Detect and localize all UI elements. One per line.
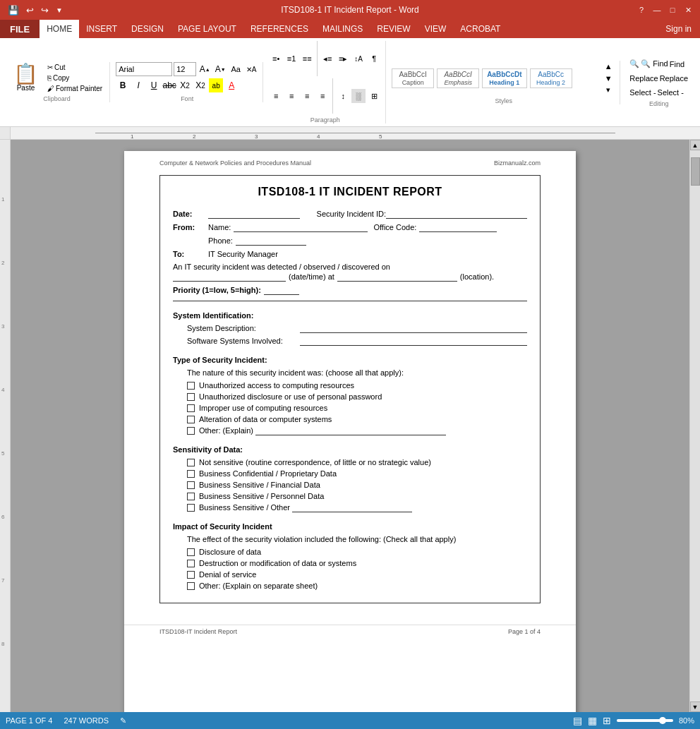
font-name-input[interactable]: [116, 62, 172, 76]
print-layout-view[interactable]: ▤: [573, 715, 582, 726]
highlight-button[interactable]: ab: [209, 78, 223, 92]
cb-not-sensitive[interactable]: [187, 459, 195, 466]
increase-indent-button[interactable]: ≡▸: [336, 52, 350, 66]
menu-acrobat[interactable]: ACROBAT: [453, 20, 507, 38]
format-painter-button[interactable]: 🖌 Format Painter: [44, 83, 105, 94]
maximize-button[interactable]: □: [666, 4, 679, 16]
name-field[interactable]: [234, 223, 368, 232]
cb-other-type[interactable]: [187, 427, 195, 435]
styles-scroll-down[interactable]: ▼: [601, 72, 615, 84]
priority-row: Priority (1=low, 5=high):: [173, 286, 527, 295]
cb-business-confidential[interactable]: [187, 470, 195, 478]
justify-button[interactable]: ≡: [315, 89, 330, 103]
menu-review[interactable]: REVIEW: [370, 20, 417, 38]
minimize-button[interactable]: —: [651, 4, 663, 16]
redo-button[interactable]: ↪: [39, 4, 51, 17]
style-emphasis[interactable]: AaBbCcIEmphasis: [437, 68, 479, 88]
scroll-up-button[interactable]: ▲: [690, 140, 701, 150]
menu-home[interactable]: HOME: [40, 20, 79, 38]
scroll-down-button[interactable]: ▼: [690, 701, 701, 712]
cb-alteration[interactable]: [187, 416, 195, 423]
cb-disclosure[interactable]: [187, 548, 195, 556]
undo-button[interactable]: ↩: [24, 4, 36, 17]
align-right-button[interactable]: ≡: [300, 89, 314, 103]
incident-date-field[interactable]: [173, 272, 286, 282]
cb-business-financial[interactable]: [187, 481, 195, 489]
subscript-button[interactable]: X2: [178, 78, 192, 92]
line-spacing-button[interactable]: ↕: [336, 89, 350, 103]
decrease-indent-button[interactable]: ◂≡: [320, 52, 334, 66]
system-desc-field[interactable]: [300, 324, 527, 333]
sign-in-button[interactable]: Sign in: [657, 24, 700, 34]
close-button[interactable]: ✕: [682, 4, 694, 16]
footer-right: Page 1 of 4: [508, 628, 541, 635]
menu-view[interactable]: VIEW: [418, 20, 454, 38]
font-size-input[interactable]: [174, 62, 196, 76]
bold-button[interactable]: B: [116, 78, 130, 92]
cb-unauthorized-disclosure[interactable]: [187, 393, 195, 401]
shading-button[interactable]: ░: [351, 89, 366, 103]
file-menu-button[interactable]: FILE: [0, 20, 40, 38]
date-field[interactable]: [208, 210, 300, 219]
cb-business-other[interactable]: [187, 504, 195, 512]
font-color-button[interactable]: A: [224, 78, 239, 92]
menu-design[interactable]: DESIGN: [124, 20, 171, 38]
style-caption[interactable]: AaBbCcICaption: [392, 68, 434, 88]
security-id-field[interactable]: [386, 210, 527, 219]
copy-button[interactable]: ⎘ Copy: [44, 73, 105, 83]
phone-field[interactable]: [236, 236, 306, 246]
edit-indicator[interactable]: ✎: [120, 716, 126, 725]
multilevel-button[interactable]: ≡≡: [300, 52, 314, 66]
menu-insert[interactable]: INSERT: [79, 20, 124, 38]
underline-button[interactable]: U: [147, 78, 161, 92]
office-code-field[interactable]: [419, 223, 497, 232]
menu-references[interactable]: REFERENCES: [243, 20, 315, 38]
paste-button[interactable]: 📋 Paste: [8, 62, 43, 94]
select-button[interactable]: Select -Select -: [626, 86, 687, 99]
styles-scroll-up[interactable]: ▲: [601, 61, 615, 73]
strikethrough-button[interactable]: abc: [162, 78, 176, 92]
zoom-thumb[interactable]: [659, 717, 666, 724]
replace-button[interactable]: ReplaceReplace: [626, 72, 692, 85]
document-area[interactable]: Computer & Network Policies and Procedur…: [11, 140, 689, 712]
numbering-button[interactable]: ≡1: [284, 52, 298, 66]
zoom-slider[interactable]: [617, 719, 673, 722]
style-heading1[interactable]: AaBbCcDtHeading 1: [482, 68, 526, 88]
styles-more[interactable]: ▾: [601, 84, 615, 96]
bullets-button[interactable]: ≡•: [269, 52, 283, 66]
doc-content: ITSD108-1 IT INCIDENT REPORT Date: Secur…: [124, 169, 576, 617]
cb-improper-use[interactable]: [187, 404, 195, 412]
sort-button[interactable]: ↕A: [351, 52, 366, 66]
menu-mailings[interactable]: MAILINGS: [315, 20, 370, 38]
font-shrink-button[interactable]: A▼: [213, 62, 227, 76]
save-button[interactable]: 💾: [6, 4, 21, 17]
align-center-button[interactable]: ≡: [284, 89, 298, 103]
scroll-thumb[interactable]: [691, 157, 700, 186]
cb-denial[interactable]: [187, 571, 195, 579]
incident-location-field[interactable]: [337, 272, 457, 282]
clear-formatting-button[interactable]: ✕A: [244, 62, 258, 76]
customize-button[interactable]: ▼: [54, 5, 65, 16]
read-view[interactable]: ⊞: [603, 715, 611, 726]
font-grow-button[interactable]: A▲: [198, 62, 212, 76]
menu-page-layout[interactable]: PAGE LAYOUT: [171, 20, 243, 38]
align-left-button[interactable]: ≡: [269, 89, 283, 103]
italic-button[interactable]: I: [131, 78, 145, 92]
style-heading2[interactable]: AaBbCcHeading 2: [530, 68, 572, 88]
software-field[interactable]: [300, 337, 527, 346]
superscript-button[interactable]: X2: [193, 78, 207, 92]
scroll-track[interactable]: [690, 150, 701, 701]
cb-business-personnel[interactable]: [187, 493, 195, 500]
cb-destruction[interactable]: [187, 560, 195, 567]
status-right: ▤ ▦ ⊞ 80%: [573, 715, 694, 726]
priority-field[interactable]: [264, 286, 299, 295]
show-hide-button[interactable]: ¶: [367, 52, 381, 66]
borders-button[interactable]: ⊞: [367, 89, 381, 103]
web-layout-view[interactable]: ▦: [588, 715, 597, 726]
cut-button[interactable]: ✂ Cut: [44, 62, 105, 73]
cb-other-impact[interactable]: [187, 582, 195, 590]
change-case-button[interactable]: Aa: [229, 62, 243, 76]
cb-unauthorized-access[interactable]: [187, 382, 195, 390]
find-button[interactable]: 🔍 🔍 FindFind: [626, 57, 688, 71]
help-button[interactable]: ?: [635, 4, 648, 16]
